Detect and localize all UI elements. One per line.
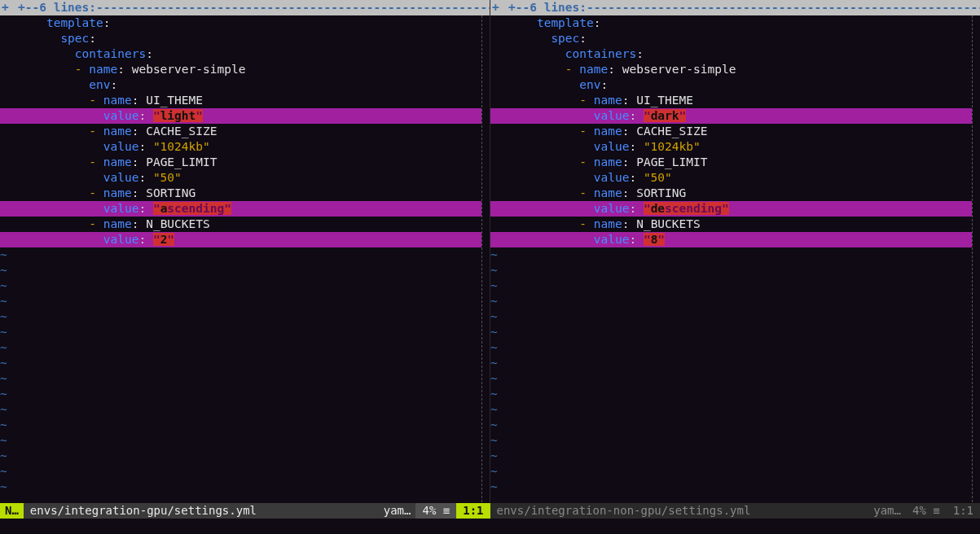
fold-row-left[interactable]: + +-- 6 lines: -------------------------… <box>0 0 490 15</box>
code-line: containers: <box>0 46 481 62</box>
status-right-inactive: envs/integration-non-gpu/settings.yml ya… <box>490 502 981 519</box>
code-line: - name: webserver-simple <box>0 62 481 77</box>
code-line: - name: N_BUCKETS <box>490 217 972 232</box>
status-left-active: N… envs/integration-gpu/settings.yml yam… <box>0 502 490 519</box>
code-line: env: <box>490 77 972 93</box>
diff-line: value: "2" <box>0 232 481 247</box>
diff-line: value: "light" <box>0 108 481 124</box>
fold-marker: +-- <box>18 0 39 15</box>
mode-indicator: N… <box>0 503 24 519</box>
status-bar: N… envs/integration-gpu/settings.yml yam… <box>0 502 980 519</box>
diff-line: value: "descending" <box>490 201 972 217</box>
diff-line: value: "ascending" <box>0 201 481 217</box>
code-line: spec: <box>0 31 481 46</box>
code-line: - name: UI_THEME <box>0 93 481 108</box>
diff-line: value: "8" <box>490 232 972 247</box>
code-line: template: <box>490 15 972 31</box>
code-line: - name: webserver-simple <box>490 62 972 77</box>
diff-scrollbar-right[interactable] <box>972 15 980 502</box>
code-line: env: <box>0 77 481 93</box>
diff-line: value: "dark" <box>490 108 972 124</box>
filetype-left: yam… <box>379 503 416 519</box>
code-line: containers: <box>490 46 972 62</box>
code-line: - name: CACHE_SIZE <box>0 124 481 139</box>
code-line: - name: SORTING <box>490 186 972 201</box>
fold-dashes: ----------------------------------------… <box>587 0 980 15</box>
fold-plus-icon: + <box>0 0 18 15</box>
fold-count: 6 lines: <box>530 0 587 15</box>
code-line: - name: UI_THEME <box>490 93 972 108</box>
tilde-icon: ~ <box>0 247 7 263</box>
right-code-area[interactable]: template: spec: containers: - name: webs… <box>490 15 972 502</box>
percent-right: 4% ≡ <box>906 503 947 519</box>
code-line: value: "50" <box>490 170 972 186</box>
code-line: - name: CACHE_SIZE <box>490 124 972 139</box>
diff-scrollbar-left[interactable] <box>481 15 490 502</box>
fold-row-right[interactable]: + +-- 6 lines: -------------------------… <box>490 0 980 15</box>
percent-left: 4% ≡ <box>415 503 456 519</box>
split-panes: + +-- 6 lines: -------------------------… <box>0 0 980 502</box>
empty-lines-right: ~ ~ ~ ~ ~ ~ ~ ~ ~ ~ ~ ~ ~ ~ ~ <box>490 247 972 502</box>
file-path-right: envs/integration-non-gpu/settings.yml <box>490 503 869 519</box>
code-line: value: "1024kb" <box>490 139 972 155</box>
code-line: value: "1024kb" <box>0 139 481 155</box>
fold-marker: +-- <box>508 0 530 15</box>
empty-lines-left: ~ ~ ~ ~ ~ ~ ~ ~ ~ ~ ~ ~ ~ ~ ~ <box>0 247 481 502</box>
cursor-pos-right: 1:1 <box>947 503 980 519</box>
left-pane[interactable]: + +-- 6 lines: -------------------------… <box>0 0 490 502</box>
code-line: template: <box>0 15 481 31</box>
fold-count: 6 lines: <box>39 0 96 15</box>
cursor-pos-left: 1:1 <box>456 503 490 519</box>
right-pane[interactable]: + +-- 6 lines: -------------------------… <box>490 0 980 502</box>
left-code-area[interactable]: template: spec: containers: - name: webs… <box>0 15 481 502</box>
code-line: value: "50" <box>0 170 481 186</box>
code-line: - name: N_BUCKETS <box>0 217 481 232</box>
file-path-left: envs/integration-gpu/settings.yml <box>24 503 379 519</box>
code-line: - name: PAGE_LIMIT <box>0 155 481 170</box>
fold-dashes: ----------------------------------------… <box>96 0 490 15</box>
code-line: - name: SORTING <box>0 186 481 201</box>
filetype-right: yam… <box>868 503 906 519</box>
code-line: - name: PAGE_LIMIT <box>490 155 972 170</box>
command-line[interactable] <box>0 519 980 534</box>
fold-plus-icon: + <box>490 0 508 15</box>
vim-diff-screen: + +-- 6 lines: -------------------------… <box>0 0 980 534</box>
code-line: spec: <box>490 31 972 46</box>
